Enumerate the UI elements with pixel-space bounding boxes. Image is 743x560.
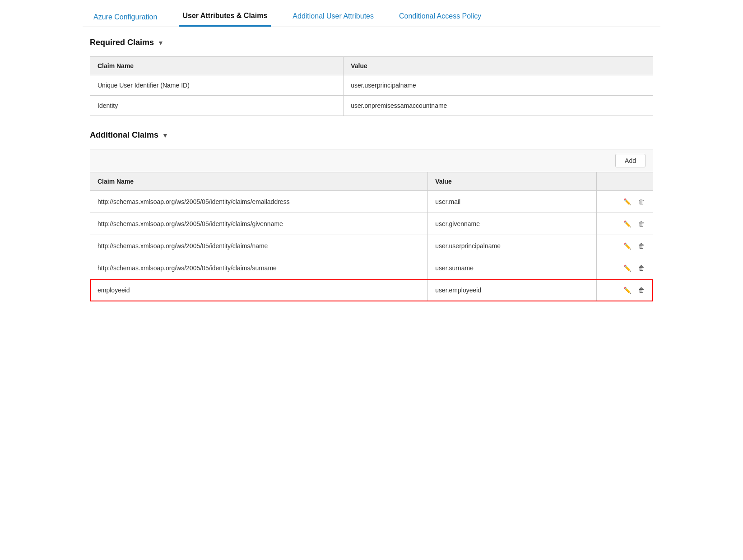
tab-user-attributes[interactable]: User Attributes & Claims xyxy=(179,5,271,27)
additional-claim-value: user.mail xyxy=(428,191,597,213)
additional-claims-chevron[interactable]: ▼ xyxy=(162,132,168,139)
required-claims-header[interactable]: Required Claims ▼ xyxy=(90,36,653,49)
edit-claim-button[interactable]: ✏️ xyxy=(622,219,632,228)
top-nav: Azure Configuration User Attributes & Cl… xyxy=(83,0,660,27)
required-claim-row: Unique User Identifier (Name ID) user.us… xyxy=(90,75,653,96)
additional-claims-header[interactable]: Additional Claims ▼ xyxy=(90,129,653,142)
add-col-name-header: Claim Name xyxy=(90,172,428,191)
additional-claims-table: Claim Name Value http://schemas.xmlsoap.… xyxy=(90,172,653,301)
tab-conditional-access[interactable]: Conditional Access Policy xyxy=(395,5,485,27)
additional-claim-row: http://schemas.xmlsoap.org/ws/2005/05/id… xyxy=(90,235,653,257)
additional-claim-name: employeeid xyxy=(90,279,428,301)
delete-claim-button[interactable]: 🗑 xyxy=(637,264,645,273)
tab-additional-user-attributes[interactable]: Additional User Attributes xyxy=(289,5,377,27)
delete-claim-button[interactable]: 🗑 xyxy=(637,197,645,206)
additional-claim-row: employeeid user.employeeid ✏️ 🗑 xyxy=(90,279,653,301)
main-content: Required Claims ▼ Claim Name Value Uniqu… xyxy=(83,27,660,323)
edit-claim-button[interactable]: ✏️ xyxy=(622,197,632,206)
additional-claims-toolbar: Add xyxy=(90,149,653,172)
tab-azure-config[interactable]: Azure Configuration xyxy=(90,6,161,27)
add-col-actions-header xyxy=(597,172,653,191)
edit-claim-button[interactable]: ✏️ xyxy=(622,241,632,250)
additional-claim-row: http://schemas.xmlsoap.org/ws/2005/05/id… xyxy=(90,257,653,279)
required-claim-name: Unique User Identifier (Name ID) xyxy=(90,75,344,96)
additional-claims-section: Additional Claims ▼ Add Claim Name Value… xyxy=(90,129,653,301)
delete-claim-button[interactable]: 🗑 xyxy=(637,241,645,250)
additional-claim-actions: ✏️ 🗑 xyxy=(597,191,653,213)
additional-claim-value: user.employeeid xyxy=(428,279,597,301)
req-col-name-header: Claim Name xyxy=(90,57,344,75)
additional-claim-name: http://schemas.xmlsoap.org/ws/2005/05/id… xyxy=(90,235,428,257)
delete-claim-button[interactable]: 🗑 xyxy=(637,219,645,228)
additional-claim-actions: ✏️ 🗑 xyxy=(597,279,653,301)
additional-claim-value: user.userprincipalname xyxy=(428,235,597,257)
additional-claim-name: http://schemas.xmlsoap.org/ws/2005/05/id… xyxy=(90,191,428,213)
required-claim-row: Identity user.onpremisessamaccountname xyxy=(90,96,653,116)
additional-claim-row: http://schemas.xmlsoap.org/ws/2005/05/id… xyxy=(90,191,653,213)
additional-claim-actions: ✏️ 🗑 xyxy=(597,235,653,257)
delete-claim-button[interactable]: 🗑 xyxy=(637,286,645,295)
page-container: Azure Configuration User Attributes & Cl… xyxy=(83,0,660,323)
additional-claim-name: http://schemas.xmlsoap.org/ws/2005/05/id… xyxy=(90,257,428,279)
additional-claims-title: Additional Claims xyxy=(90,130,158,140)
additional-claim-actions: ✏️ 🗑 xyxy=(597,213,653,235)
additional-claim-row: http://schemas.xmlsoap.org/ws/2005/05/id… xyxy=(90,213,653,235)
additional-claim-value: user.surname xyxy=(428,257,597,279)
add-col-value-header: Value xyxy=(428,172,597,191)
edit-claim-button[interactable]: ✏️ xyxy=(622,264,632,273)
edit-claim-button[interactable]: ✏️ xyxy=(622,286,632,295)
required-claims-table: Claim Name Value Unique User Identifier … xyxy=(90,56,653,116)
req-col-value-header: Value xyxy=(344,57,653,75)
additional-claim-name: http://schemas.xmlsoap.org/ws/2005/05/id… xyxy=(90,213,428,235)
required-claims-section: Required Claims ▼ Claim Name Value Uniqu… xyxy=(90,36,653,116)
required-claim-value: user.userprincipalname xyxy=(344,75,653,96)
additional-claim-value: user.givenname xyxy=(428,213,597,235)
add-claim-button[interactable]: Add xyxy=(615,154,645,167)
required-claims-title: Required Claims xyxy=(90,38,154,47)
required-claim-name: Identity xyxy=(90,96,344,116)
required-claims-chevron[interactable]: ▼ xyxy=(158,39,164,46)
additional-claim-actions: ✏️ 🗑 xyxy=(597,257,653,279)
required-claim-value: user.onpremisessamaccountname xyxy=(344,96,653,116)
